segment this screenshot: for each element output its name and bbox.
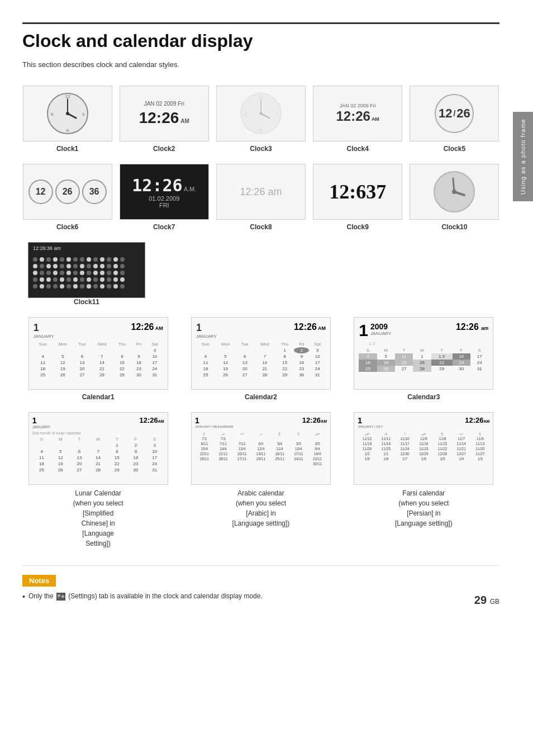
arabic-cal-item: 1 JANUARY / MUHARRAM 12:26AM حنثرخجس 7/1… [185, 412, 336, 528]
clock4-label: Clock4 [347, 145, 369, 153]
svg-text:12: 12 [259, 94, 263, 98]
special-calendar-grid: 1 JANUARY 12:26AM 2nd month of lunar cal… [22, 412, 499, 549]
clock7-ampm: A.M. [184, 186, 197, 192]
farsi-cal-table: شیدسچپج 11/1211/1111/1011/911/811/711/6 … [358, 431, 489, 461]
clock5-circle: 12 / 26 [435, 94, 474, 133]
clock4-content: JAN 02 2009 Fri 12:26 AM [336, 103, 379, 124]
clock9-box: 12:637 [313, 164, 402, 220]
calendar-grid: 1 JANUARY 12:26 AM SunMonTueWedThuFriSat… [22, 317, 499, 401]
clock10-box [410, 164, 499, 220]
farsi-cal-item: 1 JANUARY / DEY 12:26AM شیدسچپج 11/1211/… [348, 412, 499, 528]
clock6-s: 36 [82, 179, 107, 204]
cal1-header: 1 JANUARY 12:26 AM [34, 322, 163, 339]
clock8-box: 12:26 am [216, 164, 306, 220]
notes-section: Notes • Only the (Settings) tab is avail… [22, 565, 499, 601]
clock8-content: 12:26 am [240, 186, 282, 198]
clock3-item: 12 3 6 9 Clock3 [216, 86, 306, 153]
clock5-item: 12 / 26 Clock5 [410, 86, 499, 153]
clock4-box: JAN 02 2009 Fri 12:26 AM [313, 86, 402, 141]
side-tab-label: Using as a photo frame [520, 119, 526, 195]
clock11-row: 12:26:36 am [22, 242, 499, 306]
clock4-item: JAN 02 2009 Fri 12:26 AM Clock4 [313, 86, 403, 153]
svg-text:9: 9 [50, 112, 53, 117]
notes-content: Only the (Settings) tab is available in … [28, 592, 263, 601]
subtitle: This section describes clock and calenda… [22, 60, 499, 69]
calendar3-item: 1 2009 JANUARY 12:26 am 1 2 SMTWTFS [348, 317, 499, 401]
lunar-cal-item: 1 JANUARY 12:26AM 2nd month of lunar cal… [22, 412, 174, 549]
clock8-time: 12:26 am [240, 186, 282, 197]
svg-text:6: 6 [260, 129, 262, 133]
notes-badge: Notes [22, 575, 56, 587]
clock2-content: JAN 02 2009 Fri 12:26 AM [139, 101, 189, 127]
lunar-cal-label: Lunar Calendar(when you select[Simplifie… [73, 488, 123, 549]
cal1-table: SunMonTueWedThuFriSat 3 45678910 1112131… [34, 341, 163, 378]
clock5-label: Clock5 [444, 145, 465, 153]
clock6-item: 12 26 36 Clock6 [22, 164, 112, 231]
clock4-date: JAN 02 2009 Fri [336, 103, 379, 108]
svg-text:3: 3 [82, 112, 84, 117]
clock2-date: JAN 02 2009 Fri [139, 101, 189, 107]
page-title: Clock and calendar display [22, 22, 499, 51]
clock9-time: 12:637 [329, 181, 386, 203]
page-number: 29 GB [474, 594, 499, 607]
svg-text:9: 9 [244, 112, 246, 116]
side-tab: Using as a photo frame [513, 112, 533, 201]
svg-rect-22 [61, 596, 64, 598]
calendar1-label: Calendar1 [82, 393, 115, 401]
clock8-item: 12:26 am Clock8 [216, 164, 306, 231]
calendar3-box: 1 2009 JANUARY 12:26 am 1 2 SMTWTFS [354, 317, 493, 390]
clock11-time-text: 12:26:36 am [33, 245, 61, 251]
calendar2-label: Calendar2 [245, 393, 277, 401]
settings-icon [56, 593, 65, 601]
clock7-time: 12:26 [132, 176, 182, 195]
clock10-label: Clock10 [441, 223, 467, 231]
clock-grid-row2: 12 26 36 Clock6 12:26 A.M. 01.02.2009 FR… [22, 164, 499, 231]
clock6-h: 12 [28, 179, 53, 204]
clock6-m: 26 [55, 179, 80, 204]
calendar1-box: 1 JANUARY 12:26 AM SunMonTueWedThuFriSat… [28, 317, 168, 390]
clock9-item: 12:637 Clock9 [313, 164, 403, 231]
notes-bullet: • [22, 592, 25, 601]
arabic-cal-table: حنثرخجس 7/17/1 8/117/117/116/45/43/53/5 … [195, 431, 327, 466]
lunar-cal-box: 1 JANUARY 12:26AM 2nd month of lunar cal… [28, 412, 168, 485]
farsi-cal-label: Farsi calendar(when you select[Persian] … [395, 488, 453, 528]
clock9-label: Clock9 [347, 223, 369, 231]
calendar2-box: 1 JANUARY 12:26 AM SunMonTueWedThuFriSat… [191, 317, 331, 390]
clock2-label: Clock2 [153, 145, 175, 153]
clock6-box: 12 26 36 [23, 164, 112, 220]
clock7-content: 12:26 A.M. 01.02.2009 FRI [132, 176, 196, 209]
clock7-box: 12:26 A.M. 01.02.2009 FRI [120, 164, 209, 220]
cal3-table: SMTWTFS 4 5 11 1 1.5 16 17 18 19 25 [359, 347, 488, 372]
clock6-content: 12 26 36 [28, 179, 107, 204]
clock1-box: 12 3 6 9 [23, 86, 112, 141]
svg-point-11 [259, 112, 262, 115]
svg-rect-21 [58, 594, 60, 597]
clock11-box: 12:26:36 am [28, 242, 145, 298]
farsi-cal-box: 1 JANUARY / DEY 12:26AM شیدسچپج 11/1211/… [354, 412, 493, 485]
clock4-time: 12:26 AM [336, 108, 379, 124]
clock8-label: Clock8 [250, 223, 272, 231]
clock2-box: JAN 02 2009 Fri 12:26 AM [120, 86, 209, 141]
clock7-label: Clock7 [153, 223, 175, 231]
clock9-content: 12:637 [329, 180, 386, 204]
clock1-label: Clock1 [56, 145, 78, 153]
clock1-item: 12 3 6 9 Clock1 [22, 86, 112, 153]
clock3-box: 12 3 6 9 [216, 86, 306, 141]
clock7-time-row: 12:26 A.M. [132, 176, 196, 195]
svg-text:6: 6 [66, 128, 69, 133]
page-container: Using as a photo frame Clock and calenda… [0, 0, 533, 623]
clock5-content: 12 / 26 [435, 94, 474, 133]
clock11-dots [33, 257, 140, 290]
cal2-header: 1 JANUARY 12:26 AM [196, 322, 326, 339]
clock-grid-row1: 12 3 6 9 Clock1 JAN 02 2009 Fri 12:26 AM [22, 86, 499, 153]
notes-text: • Only the (Settings) tab is available i… [22, 592, 499, 601]
clock5-box: 12 / 26 [410, 86, 499, 141]
clock7-date: 01.02.2009 [132, 195, 196, 202]
clock1-analog: 12 3 6 9 [45, 91, 90, 136]
svg-text:3: 3 [275, 112, 278, 116]
clock7-item: 12:26 A.M. 01.02.2009 FRI Clock7 [119, 164, 209, 231]
clock2-time: 12:26 AM [139, 109, 189, 127]
clock2-item: JAN 02 2009 Fri 12:26 AM Clock2 [119, 86, 209, 153]
clock7-day: FRI [132, 202, 196, 209]
svg-point-19 [452, 190, 456, 194]
